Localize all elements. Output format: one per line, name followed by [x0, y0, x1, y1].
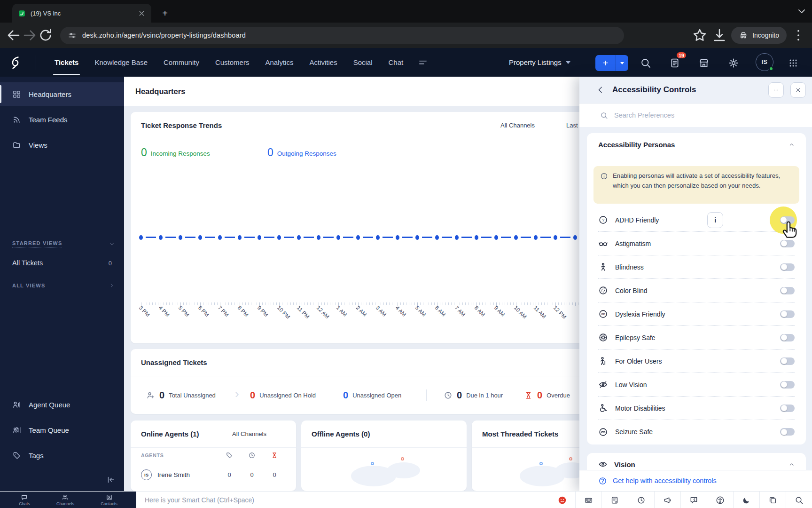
chart-point [159, 235, 163, 240]
address-bar[interactable]: desk.zoho.in/agent/vsinc/property-listin… [60, 27, 624, 44]
site-info-icon[interactable] [68, 31, 77, 40]
dock-item-channels[interactable]: Channels [56, 494, 74, 506]
settings-button[interactable] [728, 57, 739, 69]
quick-create-dropdown[interactable] [616, 55, 628, 71]
persona-toggle[interactable] [780, 240, 795, 247]
moon-button[interactable] [733, 492, 759, 508]
announce-button[interactable] [654, 492, 680, 508]
nav-item-customers[interactable]: Customers [207, 48, 258, 77]
chart-point [514, 235, 518, 240]
browser-tab[interactable]: (19) VS inc [12, 4, 151, 23]
sidebar-item-agent-queue[interactable]: Agent Queue [0, 393, 124, 416]
channels-icon [62, 494, 69, 501]
smart-chat-bar[interactable] [145, 492, 342, 508]
chevron-up-icon[interactable] [789, 461, 795, 468]
agent-row-irene-smith[interactable]: IS Irene Smith 0 0 0 [141, 469, 286, 480]
persona-toggle[interactable] [780, 334, 795, 341]
panel-more-button[interactable] [768, 82, 784, 98]
persona-toggle[interactable] [780, 287, 795, 294]
dock-item-chats[interactable]: Chats [19, 494, 30, 506]
persona-toggle[interactable] [780, 381, 795, 389]
chevron-down-icon[interactable] [109, 241, 115, 247]
chevron-up-icon[interactable] [789, 142, 795, 148]
bookmark-button[interactable] [692, 27, 708, 43]
accessibility-help-link[interactable]: Get help with accessibility controls [613, 477, 717, 484]
persona-info-button[interactable]: i [707, 212, 723, 228]
x-axis-label: 8 PM [241, 305, 253, 310]
motor-icon [598, 403, 608, 413]
browser-menu-button[interactable] [790, 27, 806, 43]
nav-item-analytics[interactable]: Analytics [257, 48, 301, 77]
chart-point [494, 235, 498, 240]
reload-button[interactable] [38, 27, 54, 43]
tab-title: (19) VS inc [31, 10, 133, 17]
announce-icon [663, 496, 672, 505]
search-preferences-input[interactable] [614, 111, 765, 119]
sidebar-item-views[interactable]: Views [0, 133, 124, 157]
preferences-search[interactable] [579, 103, 812, 127]
favicon [18, 9, 26, 17]
sidebar-item-headquarters[interactable]: Headquarters [0, 82, 124, 106]
team-queue-icon [12, 426, 21, 435]
nav-item-community[interactable]: Community [156, 48, 207, 77]
plus-icon[interactable]: + [595, 55, 616, 71]
sidebar-collapse-button[interactable] [106, 475, 116, 484]
search-button[interactable] [786, 492, 812, 508]
personas-section-header[interactable]: Accessibility Personas [587, 133, 806, 156]
starred-views-header[interactable]: STARRED VIEWS [12, 240, 115, 248]
apps-grid-button[interactable] [789, 58, 798, 68]
tab-search-chevron[interactable] [796, 6, 807, 17]
nav-item-tickets[interactable]: Tickets [47, 48, 86, 77]
accessibility-button[interactable] [707, 492, 733, 508]
forward-button[interactable] [22, 27, 38, 43]
channel-filter[interactable]: All Channels [500, 122, 542, 129]
unassigned-on-hold-stat[interactable]: 0 Unassigned On Hold [250, 376, 316, 414]
persona-toggle[interactable] [780, 310, 795, 318]
overdue-stat[interactable]: 0 Overdue [524, 376, 570, 414]
chart-point [435, 235, 439, 240]
hourglass-icon [524, 391, 533, 400]
smart-chat-input[interactable] [145, 496, 342, 504]
persona-toggle[interactable] [780, 405, 795, 412]
nav-item-social[interactable]: Social [345, 48, 381, 77]
due-in-1-hour-stat[interactable]: 0 Due in 1 hour [444, 376, 503, 414]
smiley-button[interactable] [549, 492, 575, 508]
nav-item-chat[interactable]: Chat [381, 48, 412, 77]
starred-view-item-all-tickets[interactable]: All Tickets 0 [12, 259, 115, 267]
nav-item-activities[interactable]: Activities [301, 48, 345, 77]
downloads-button[interactable] [711, 27, 727, 43]
unassigned-open-stat[interactable]: 0 Unassigned Open [343, 376, 401, 414]
tab-close-icon[interactable] [138, 9, 146, 17]
persona-toggle[interactable] [780, 428, 795, 436]
panel-back-button[interactable] [596, 86, 605, 94]
persona-toggle[interactable] [780, 263, 795, 271]
global-search-button[interactable] [640, 57, 651, 69]
clock-button[interactable] [628, 492, 654, 508]
department-selector[interactable]: Property Listings [509, 48, 570, 77]
total-unassigned-stat[interactable]: 0 Total Unassigned [146, 376, 216, 414]
reply-arrow-button[interactable] [680, 492, 707, 508]
task-check-button[interactable] [601, 492, 628, 508]
nav-item-knowledge-base[interactable]: Knowledge Base [86, 48, 156, 77]
zoho-desk-logo[interactable] [8, 55, 23, 71]
nav-more-icon[interactable] [418, 57, 428, 68]
all-views-header[interactable]: ALL VIEWS [12, 283, 115, 288]
sidebar-item-tags[interactable]: Tags [0, 444, 124, 467]
copies-button[interactable] [759, 492, 786, 508]
persona-toggle[interactable] [780, 357, 795, 365]
channel-filter[interactable]: All Channels [232, 430, 273, 437]
ticket-response-trends-card: Ticket Response Trends All Channels Last… [131, 112, 606, 343]
sidebar-item-team-queue[interactable]: Team Queue [0, 418, 124, 442]
chart-point [179, 235, 182, 240]
marketplace-button[interactable] [698, 57, 710, 69]
quick-create-button[interactable]: + [595, 55, 628, 71]
panel-close-button[interactable] [790, 82, 806, 98]
keyboard-button[interactable] [575, 492, 601, 508]
sidebar-item-team-feeds[interactable]: Team Feeds [0, 108, 124, 131]
x-axis-label: 9 AM [497, 305, 509, 310]
x-axis-label: 5 PM [181, 305, 194, 310]
dock-item-contacts[interactable]: Contacts [101, 494, 117, 506]
time-range-filter[interactable]: Last [566, 122, 578, 129]
new-tab-button[interactable]: + [159, 7, 171, 19]
back-button[interactable] [6, 27, 22, 43]
